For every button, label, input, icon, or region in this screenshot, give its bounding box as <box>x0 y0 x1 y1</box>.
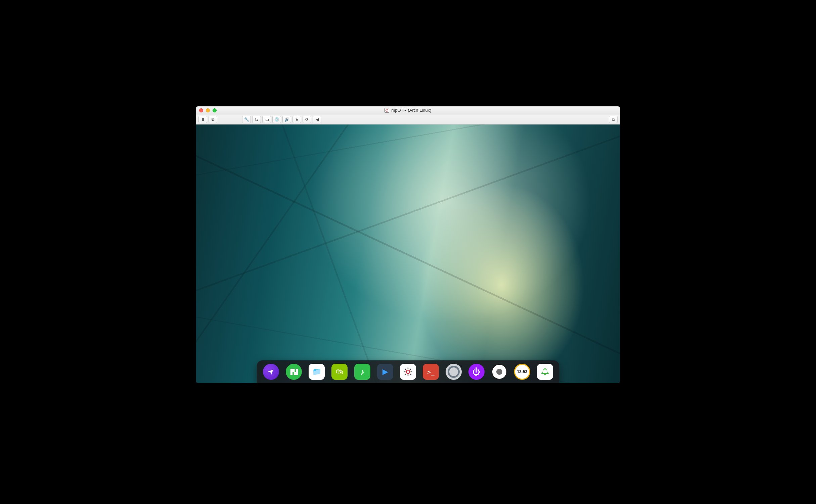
vm-toolbar: ⏸⧉ 🔧⇆🖴💿🔊🖱⟳◀ ⧉ <box>196 114 620 124</box>
usb-button[interactable]: 🖱 <box>292 116 301 123</box>
dock-file-manager[interactable] <box>309 364 325 380</box>
dock-eye[interactable] <box>491 364 507 380</box>
window-title-text: mpOTR (Arch Linux) <box>391 108 431 113</box>
audio-button[interactable]: 🔊 <box>282 116 291 123</box>
svg-line-8 <box>410 369 411 370</box>
settings-button[interactable]: 🔧 <box>242 116 251 123</box>
svg-point-0 <box>406 370 410 373</box>
dock-music[interactable] <box>354 364 370 380</box>
window-title: mpOTR (Arch Linux) <box>196 108 620 113</box>
traffic-lights <box>196 108 217 112</box>
svg-line-7 <box>405 374 406 375</box>
network-button[interactable]: ⇆ <box>252 116 261 123</box>
gear-icon <box>403 367 413 377</box>
dock-power[interactable] <box>468 364 485 380</box>
harddisk-button[interactable]: 🖴 <box>262 116 271 123</box>
dock-launcher[interactable] <box>263 364 279 380</box>
dock-settings[interactable] <box>400 364 416 380</box>
svg-line-6 <box>410 374 411 375</box>
dock-app-store[interactable] <box>331 364 348 380</box>
fullscreen-button[interactable]: ⧉ <box>609 116 618 123</box>
pause-button[interactable]: ⏸ <box>198 116 207 123</box>
desktop-wallpaper <box>196 124 620 383</box>
host-titlebar: mpOTR (Arch Linux) <box>196 106 620 114</box>
vm-host-window: mpOTR (Arch Linux) ⏸⧉ 🔧⇆🖴💿🔊🖱⟳◀ ⧉ 13:53 <box>196 106 620 383</box>
optical-button[interactable]: 💿 <box>272 116 281 123</box>
window-minimize-button[interactable] <box>206 108 210 112</box>
dock-video[interactable] <box>377 364 393 380</box>
window-zoom-button[interactable] <box>213 108 217 112</box>
vm-app-icon <box>384 108 389 113</box>
clock-time: 13:53 <box>517 369 528 374</box>
dock-multitask[interactable] <box>286 364 302 380</box>
dock-clock[interactable]: 13:53 <box>514 364 530 380</box>
dock-trash[interactable] <box>537 364 553 380</box>
dock-browser[interactable] <box>446 364 462 380</box>
guest-viewport[interactable]: 13:53 <box>196 124 620 383</box>
recycle-icon <box>541 368 549 376</box>
dock-terminal[interactable] <box>423 364 439 380</box>
shared-folders-button[interactable]: ⟳ <box>303 116 311 123</box>
svg-line-5 <box>405 369 406 370</box>
desktop-dock: 13:53 <box>257 360 559 383</box>
collapse-button[interactable]: ◀ <box>313 116 321 123</box>
snapshot-button[interactable]: ⧉ <box>209 116 217 123</box>
window-close-button[interactable] <box>199 108 203 112</box>
